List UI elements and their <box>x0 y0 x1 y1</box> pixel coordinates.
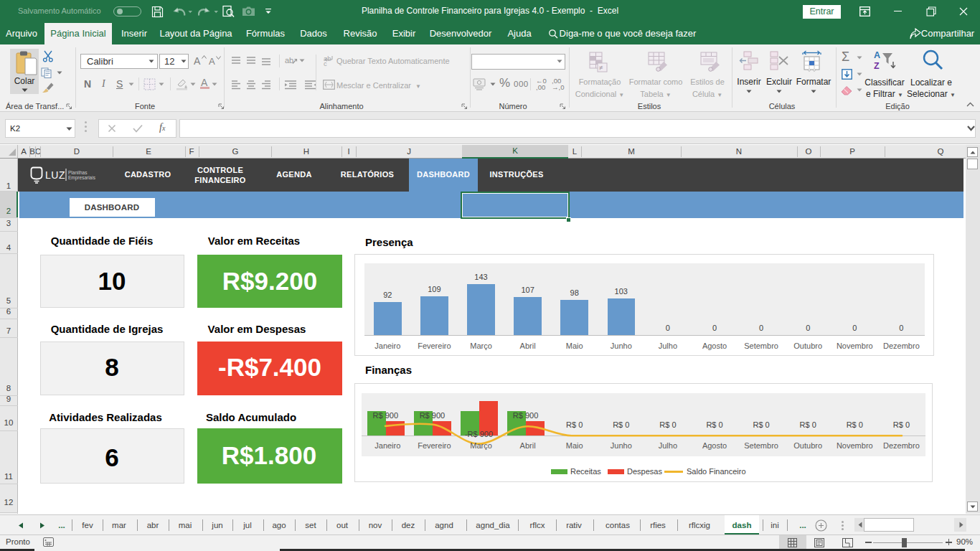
svg-text:c: c <box>324 60 327 67</box>
svg-text:A: A <box>874 50 880 60</box>
svg-text:Z: Z <box>874 61 880 71</box>
svg-text:ab: ab <box>285 56 293 65</box>
svg-text:≠: ≠ <box>599 64 603 72</box>
